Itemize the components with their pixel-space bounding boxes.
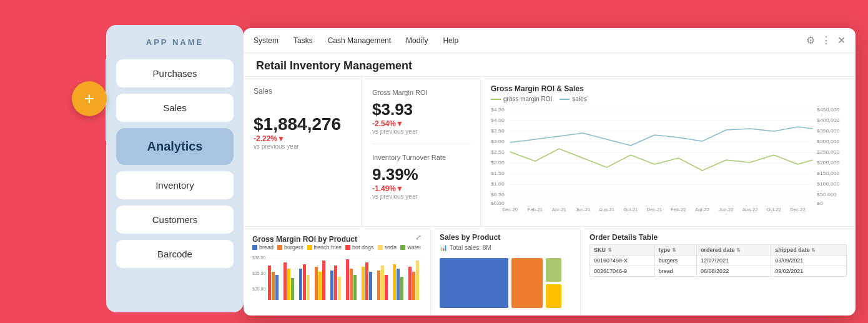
nav-tasks[interactable]: Tasks — [293, 36, 313, 45]
svg-rect-76 — [408, 267, 412, 300]
order-table-title: Order Details Table — [589, 233, 847, 242]
window-nav: System Tasks Cash Management Modify Help — [254, 36, 458, 45]
svg-text:$200,000: $200,000 — [817, 159, 840, 166]
legend-color-water — [400, 245, 405, 250]
sidebar-item-purchases[interactable]: Purchases — [116, 59, 234, 87]
settings-icon[interactable]: ⚙ — [806, 34, 815, 46]
svg-text:Aug-21: Aug-21 — [599, 207, 614, 211]
order-details-table: SKU ⇅ type ⇅ ordered date ⇅ shipped date… — [589, 244, 847, 277]
col-type[interactable]: type ⇅ — [654, 245, 696, 256]
svg-text:$3.50: $3.50 — [491, 127, 505, 134]
window-header: System Tasks Cash Management Modify Help… — [244, 28, 856, 53]
svg-text:$250,000: $250,000 — [817, 149, 840, 155]
legend-color-bread — [252, 245, 257, 250]
col-shipped[interactable]: shipped date ⇅ — [771, 245, 847, 256]
cell-type: bread — [654, 266, 696, 277]
content-area: Sales $1,884,276 -2.22%▼ vs previous yea… — [244, 77, 856, 314]
svg-text:Aug-22: Aug-22 — [742, 207, 758, 211]
legend-water: water — [400, 244, 421, 251]
svg-rect-78 — [416, 261, 419, 300]
gross-margin-change: -2.54%▼ — [372, 119, 470, 128]
legend-label-gross: gross margin ROI — [503, 96, 552, 102]
svg-text:$4.00: $4.00 — [491, 117, 505, 123]
app-title: Retail Inventory Management — [256, 59, 412, 72]
svg-text:$2.50: $2.50 — [491, 149, 505, 155]
app-name-label: APP NAME — [116, 37, 234, 47]
svg-rect-72 — [385, 275, 388, 300]
svg-rect-49 — [268, 266, 271, 300]
sales-change: -2.22%▼ — [254, 134, 352, 143]
table-row: 002617046-9 bread 06/08/2022 09/02/2021 — [590, 266, 847, 277]
legend-bread: bread — [252, 244, 274, 251]
svg-text:$350,000: $350,000 — [817, 127, 840, 134]
svg-rect-65 — [350, 269, 353, 300]
svg-text:Oct-22: Oct-22 — [767, 207, 781, 211]
sidebar-item-sales[interactable]: Sales — [116, 94, 234, 122]
svg-rect-59 — [318, 272, 322, 300]
bar-chart-header: Gross Margin ROI by Product ⤢ — [252, 233, 422, 244]
col-ordered[interactable]: ordered date ⇅ — [697, 245, 771, 256]
expand-icon[interactable]: ⤢ — [415, 233, 422, 242]
sidebar-item-analytics[interactable]: Analytics — [116, 128, 234, 165]
sidebar-item-inventory[interactable]: Inventory — [116, 171, 234, 199]
svg-rect-81 — [546, 258, 561, 282]
nav-cash-management[interactable]: Cash Management — [328, 36, 391, 45]
legend-dot-sales — [560, 99, 570, 100]
svg-text:$2.00: $2.00 — [491, 159, 505, 166]
svg-rect-51 — [275, 275, 279, 300]
main-window: System Tasks Cash Management Modify Help… — [244, 28, 856, 316]
order-table-panel: Order Details Table SKU ⇅ type ⇅ ordered… — [581, 227, 856, 314]
legend-hot-dogs: hot dogs — [345, 244, 374, 251]
svg-rect-60 — [322, 261, 325, 300]
svg-text:$1.00: $1.00 — [491, 181, 505, 187]
line-chart-svg: $4.50 $4.00 $3.50 $3.00 $2.50 $2.00 $1.5… — [491, 105, 846, 211]
gross-margin-value: $3.93 — [372, 100, 470, 119]
sort-ordered: ⇅ — [736, 247, 741, 253]
nav-help[interactable]: Help — [443, 36, 458, 45]
sidebar-item-barcode[interactable]: Barcode — [116, 240, 234, 268]
svg-text:$100,000: $100,000 — [817, 181, 840, 187]
legend-color-burgers — [277, 245, 282, 250]
svg-text:$20.00: $20.00 — [252, 287, 266, 291]
svg-rect-57 — [307, 275, 310, 300]
svg-text:Feb-21: Feb-21 — [528, 207, 543, 211]
gross-margin-block: Gross Margin ROI $3.93 -2.54%▼ vs previo… — [372, 87, 470, 144]
sales-panel: Sales $1,884,276 -2.22%▼ vs previous yea… — [244, 77, 362, 226]
svg-rect-69 — [369, 272, 372, 300]
svg-rect-53 — [287, 269, 290, 300]
svg-rect-61 — [330, 271, 333, 300]
top-row: Sales $1,884,276 -2.22%▼ vs previous yea… — [244, 77, 856, 227]
nav-system[interactable]: System — [254, 36, 279, 45]
legend-color-hotdogs — [345, 245, 350, 250]
svg-text:$150,000: $150,000 — [817, 170, 840, 176]
svg-rect-71 — [381, 266, 384, 300]
cell-type: burgers — [654, 256, 696, 266]
inventory-turnover-change: -1.49%▼ — [372, 184, 470, 193]
svg-rect-62 — [334, 266, 337, 300]
line-chart-legend: gross margin ROI sales — [491, 96, 846, 102]
legend-sales: sales — [560, 96, 586, 102]
col-sku[interactable]: SKU ⇅ — [590, 245, 655, 256]
sort-sku: ⇅ — [608, 247, 612, 253]
sidebar: APP NAME Purchases Sales Analytics Inven… — [106, 25, 244, 312]
cell-shipped: 03/09/2021 — [771, 256, 847, 266]
cell-shipped: 09/02/2021 — [771, 266, 847, 277]
svg-text:$400,000: $400,000 — [817, 117, 840, 123]
nav-modify[interactable]: Modify — [406, 36, 428, 45]
svg-text:$1.50: $1.50 — [491, 170, 505, 176]
bar-chart-svg: $30.00 $25.00 $20.00 — [252, 253, 421, 303]
svg-text:Oct-21: Oct-21 — [623, 207, 638, 211]
close-icon[interactable]: ✕ — [837, 34, 846, 46]
svg-text:$50,000: $50,000 — [817, 191, 837, 197]
sidebar-item-customers[interactable]: Customers — [116, 206, 234, 234]
bar-chart-title: Gross Margin ROI by Product — [252, 235, 357, 244]
legend-color-soda — [378, 245, 383, 250]
more-icon[interactable]: ⋮ — [821, 34, 831, 46]
table-row: 001607498-X burgers 12/07/2021 03/09/202… — [590, 256, 847, 266]
sort-shipped: ⇅ — [811, 247, 816, 253]
cell-sku: 002617046-9 — [590, 266, 655, 277]
sales-label: Sales — [254, 87, 352, 96]
add-button[interactable]: + — [72, 81, 107, 116]
svg-text:Dec-20: Dec-20 — [502, 207, 518, 211]
svg-rect-64 — [346, 259, 349, 300]
